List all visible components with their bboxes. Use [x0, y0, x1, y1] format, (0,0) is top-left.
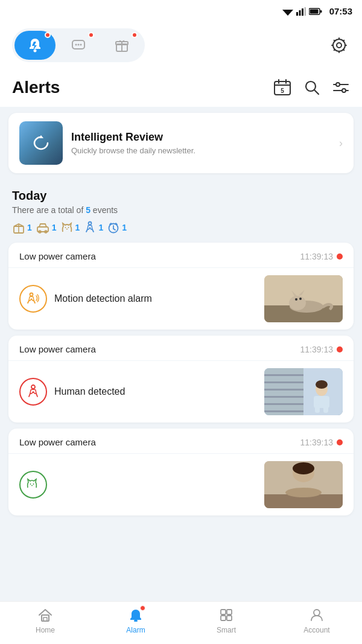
wifi-icon [282, 7, 293, 16]
status-bar: 07:53 [0, 0, 362, 22]
svg-point-47 [65, 227, 66, 228]
filter-icon [332, 78, 350, 97]
filter-button[interactable] [332, 78, 350, 97]
alarm-nav-label: Alarm [126, 626, 145, 634]
animal-icon-circle [19, 471, 47, 499]
review-info: Intelligent Review Quickly browse the da… [71, 131, 331, 155]
calendar-button[interactable]: 5 [273, 78, 292, 97]
alert-time-2: 11:39:13 [300, 345, 343, 354]
alert-group-1[interactable]: Low power camera 11:39:13 [8, 243, 354, 330]
smart-nav-icon [218, 607, 235, 623]
nav-pills [12, 28, 145, 62]
today-section: Today There are a total of 5 events 1 1 … [0, 179, 362, 239]
svg-point-82 [285, 488, 322, 497]
alert-detail-left-2: Human detected [19, 378, 125, 406]
svg-rect-69 [264, 389, 303, 391]
event-icon-car: 1 [36, 221, 57, 234]
alert-group-2[interactable]: Low power camera 11:39:13 Human detecte [8, 336, 354, 422]
svg-point-12 [78, 44, 80, 46]
nav-smart[interactable]: Smart [181, 607, 272, 634]
svg-rect-76 [323, 404, 328, 413]
status-time: 07:53 [329, 6, 352, 16]
smart-nav-label: Smart [217, 626, 236, 634]
svg-point-8 [34, 49, 37, 53]
svg-point-64 [31, 385, 35, 389]
alert-dot-1 [337, 253, 343, 260]
battery-icon [309, 8, 322, 15]
alert-detail-3 [8, 454, 354, 515]
home-nav-icon [37, 607, 54, 623]
account-nav-label: Account [303, 626, 329, 634]
review-title: Intelligent Review [71, 131, 331, 144]
nav-alarm[interactable]: Alarm [91, 607, 181, 634]
search-icon [303, 78, 321, 97]
search-button[interactable] [303, 78, 321, 97]
svg-line-24 [343, 49, 344, 50]
alert-time-3: 11:39:13 [300, 438, 343, 447]
svg-point-92 [314, 610, 320, 616]
nav-home[interactable]: Home [0, 607, 91, 634]
nav-pill-alerts[interactable] [14, 31, 56, 60]
motion-icon-circle [19, 285, 47, 313]
svg-rect-89 [227, 610, 232, 614]
svg-rect-2 [299, 10, 300, 16]
alert-header-3: Low power camera 11:39:13 [8, 429, 354, 454]
alarm-nav-badge [140, 605, 145, 611]
event-icon-package: 1 [12, 221, 32, 234]
svg-point-78 [30, 483, 31, 485]
alert-thumbnail-3 [264, 461, 343, 508]
gift-icon [113, 37, 130, 54]
intelligent-review-card[interactable]: Intelligent Review Quickly browse the da… [8, 113, 354, 173]
svg-rect-87 [134, 620, 138, 622]
svg-rect-91 [227, 616, 232, 620]
alarm-nav-icon [127, 607, 144, 623]
svg-line-26 [343, 40, 344, 41]
svg-marker-0 [282, 10, 293, 16]
nav-pill-gifts[interactable] [101, 31, 142, 60]
alert-group-3[interactable]: Low power camera 11:39:13 [8, 429, 354, 515]
svg-rect-90 [221, 616, 226, 620]
svg-rect-75 [315, 404, 320, 413]
camera-name-2: Low power camera [19, 344, 96, 354]
svg-point-77 [316, 380, 328, 389]
alert-detail-left-1: Motion detection alarm [19, 285, 152, 313]
settings-button[interactable] [328, 34, 350, 56]
review-thumbnail [19, 121, 63, 165]
svg-rect-3 [302, 8, 303, 16]
svg-rect-85 [42, 615, 49, 621]
event-icon-cat: 1 [60, 221, 80, 234]
status-icons [282, 7, 322, 16]
alert-thumbnail-2 [264, 368, 343, 415]
svg-point-62 [295, 298, 297, 301]
header-actions: 5 [273, 78, 350, 97]
review-description: Quickly browse the daily newsletter. [71, 146, 331, 155]
svg-point-63 [299, 298, 302, 300]
bottom-navigation: Home Alarm Smart [0, 601, 362, 644]
alert-thumbnail-1 [264, 275, 343, 322]
svg-point-79 [33, 483, 34, 485]
svg-rect-68 [264, 381, 303, 383]
chevron-right-icon: › [339, 137, 343, 150]
svg-point-18 [337, 43, 341, 48]
svg-point-55 [30, 293, 33, 296]
account-nav-icon [308, 607, 325, 623]
svg-line-33 [314, 90, 319, 94]
alert-header-2: Low power camera 11:39:13 [8, 336, 354, 361]
svg-rect-7 [320, 10, 322, 13]
alert-type-2: Human detected [54, 386, 125, 397]
nav-account[interactable]: Account [272, 607, 362, 634]
nav-pill-messages[interactable] [58, 31, 99, 60]
svg-point-49 [89, 222, 92, 225]
signal-icon [296, 7, 306, 16]
svg-rect-4 [304, 7, 306, 16]
top-nav [0, 22, 362, 72]
camera-name-1: Low power camera [19, 251, 96, 261]
svg-rect-70 [264, 396, 303, 398]
gifts-badge [132, 32, 138, 38]
event-count-cat: 1 [75, 223, 80, 232]
page-header: Alerts 5 [0, 72, 362, 107]
event-count-package: 1 [27, 223, 32, 232]
page-title: Alerts [12, 78, 60, 97]
event-count-person: 1 [98, 223, 103, 232]
event-count-car: 1 [52, 223, 57, 232]
